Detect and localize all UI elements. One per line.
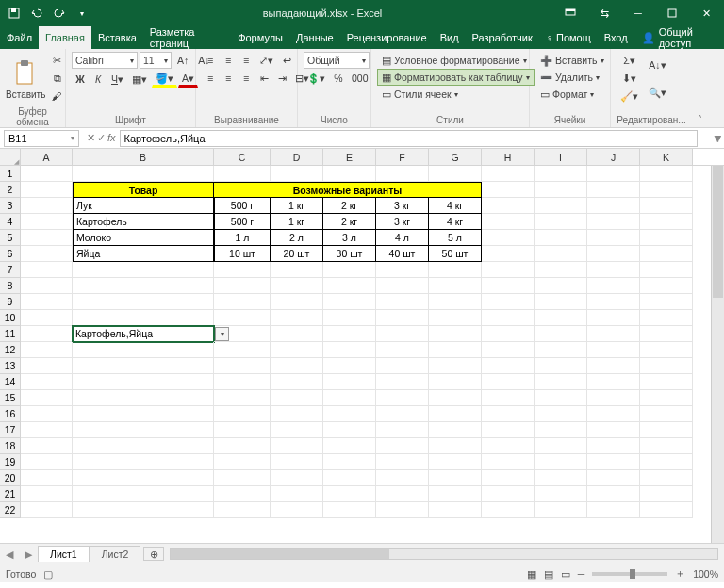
percent-icon[interactable]: % [330,70,347,87]
cell-G3[interactable]: 4 кг [429,198,482,214]
cell-C13[interactable] [214,358,271,374]
zoom-in-icon[interactable]: ＋ [675,567,685,580]
cell-F8[interactable] [376,278,429,294]
cell-K1[interactable] [640,166,693,182]
cell-K2[interactable] [640,182,693,198]
view-normal-icon[interactable]: ▦ [527,568,536,580]
copy-icon[interactable]: ⧉ [48,70,66,87]
cell-B21[interactable] [73,486,214,502]
row-header-15[interactable]: 15 [0,390,21,406]
cell-K19[interactable] [640,454,693,470]
cell-B7[interactable] [73,262,214,278]
cell-C17[interactable] [214,422,271,438]
col-header-K[interactable]: K [640,149,693,165]
cell-A10[interactable] [21,310,73,326]
sheet-nav-next-icon[interactable]: ▶ [19,548,38,560]
delete-cells-button[interactable]: ➖Удалить▾ [535,69,609,86]
row-header-16[interactable]: 16 [0,406,21,422]
row-header-20[interactable]: 20 [0,470,21,486]
cell-A4[interactable] [21,214,73,230]
cell-J4[interactable] [587,214,640,230]
cell-G13[interactable] [429,358,482,374]
cell-H20[interactable] [482,470,535,486]
cell-D16[interactable] [271,406,323,422]
cell-E11[interactable] [323,326,376,342]
cell-I6[interactable] [535,246,587,262]
cell-B3[interactable]: Лук [73,198,214,214]
cell-F7[interactable] [376,262,429,278]
cell-A21[interactable] [21,486,73,502]
tab-formulas[interactable]: Формулы [231,26,289,49]
save-icon[interactable] [6,5,23,22]
cell-K13[interactable] [640,358,693,374]
tab-review[interactable]: Рецензирование [340,26,434,49]
cell-D6[interactable]: 20 шт [271,246,323,262]
name-box[interactable]: B11▾ [4,130,79,147]
row-header-2[interactable]: 2 [0,182,21,198]
cell-I8[interactable] [535,278,587,294]
cell-G12[interactable] [429,342,482,358]
decrease-indent-icon[interactable]: ⇤ [255,70,272,87]
row-header-12[interactable]: 12 [0,342,21,358]
cell-H13[interactable] [482,358,535,374]
cell-F19[interactable] [376,454,429,470]
col-header-D[interactable]: D [271,149,323,165]
cell-G14[interactable] [429,374,482,390]
cell-K14[interactable] [640,374,693,390]
cell-I21[interactable] [535,486,587,502]
cell-E3[interactable]: 2 кг [323,198,376,214]
zoom-level[interactable]: 100% [693,568,718,580]
login-link[interactable]: Вход [598,26,634,49]
cell-I3[interactable] [535,198,587,214]
cell-J11[interactable] [587,326,640,342]
cell-C22[interactable] [214,502,271,518]
qat-customize-icon[interactable]: ▾ [74,5,90,22]
tab-insert[interactable]: Вставка [91,26,143,49]
currency-icon[interactable]: 💲▾ [304,70,329,87]
cell-H4[interactable] [482,214,535,230]
cell-J21[interactable] [587,486,640,502]
cell-J7[interactable] [587,262,640,278]
cell-E19[interactable] [323,454,376,470]
cell-K11[interactable] [640,326,693,342]
tab-home[interactable]: Главная [39,26,91,49]
cell-E9[interactable] [323,294,376,310]
cell-J16[interactable] [587,406,640,422]
cell-C19[interactable] [214,454,271,470]
cell-I16[interactable] [535,406,587,422]
cell-F20[interactable] [376,470,429,486]
minimize-icon[interactable]: ─ [622,0,654,26]
cut-icon[interactable]: ✂ [48,52,66,69]
cell-C18[interactable] [214,438,271,454]
border-icon[interactable]: ▦▾ [128,71,151,88]
cell-H17[interactable] [482,422,535,438]
cell-G10[interactable] [429,310,482,326]
cell-I13[interactable] [535,358,587,374]
cell-H11[interactable] [482,326,535,342]
cell-C16[interactable] [214,406,271,422]
find-select-icon[interactable]: 🔍▾ [645,79,670,106]
fill-icon[interactable]: ⬇▾ [617,70,642,87]
cell-A14[interactable] [21,374,73,390]
cell-D18[interactable] [271,438,323,454]
cell-B5[interactable]: Молоко [73,230,214,246]
fill-color-icon[interactable]: 🪣▾ [152,71,177,88]
cell-D9[interactable] [271,294,323,310]
full-screen-icon[interactable]: ⇆ [588,0,620,26]
cell-C2[interactable] [214,182,271,198]
tab-data[interactable]: Данные [289,26,340,49]
cell-A6[interactable] [21,246,73,262]
cell-G2[interactable] [429,182,482,198]
cell-E13[interactable] [323,358,376,374]
cell-J15[interactable] [587,390,640,406]
cell-C9[interactable] [214,294,271,310]
clear-icon[interactable]: 🧹▾ [617,88,642,105]
cell-H15[interactable] [482,390,535,406]
wrap-text-icon[interactable]: ↩ [278,52,295,69]
cell-E5[interactable]: 3 л [323,230,376,246]
sheet-tab-2[interactable]: Лист2 [90,546,141,562]
cell-I9[interactable] [535,294,587,310]
cell-E12[interactable] [323,342,376,358]
cell-K4[interactable] [640,214,693,230]
cell-F11[interactable] [376,326,429,342]
